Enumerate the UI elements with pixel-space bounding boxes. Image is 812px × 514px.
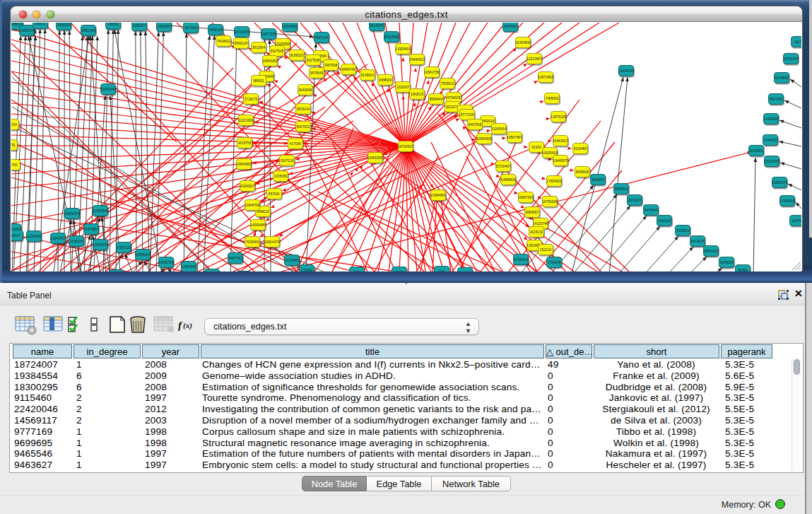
svg-text:3875645: 3875645 <box>310 71 324 75</box>
svg-text:9327508: 9327508 <box>307 59 320 62</box>
svg-text:13245414: 13245414 <box>491 127 507 131</box>
svg-text:9384067: 9384067 <box>526 211 539 214</box>
svg-text:6879197: 6879197 <box>628 199 642 202</box>
svg-text:8427552: 8427552 <box>297 125 310 129</box>
svg-text:39127: 39127 <box>11 234 20 238</box>
svg-text:16961758: 16961758 <box>424 71 440 74</box>
svg-text:1610755: 1610755 <box>238 141 252 145</box>
svg-text:18640910: 18640910 <box>409 58 425 62</box>
svg-text:126753: 126753 <box>792 219 801 223</box>
svg-text:20206576: 20206576 <box>64 212 80 216</box>
svg-text:12359934: 12359934 <box>93 209 108 213</box>
svg-text:106532: 106532 <box>107 23 119 26</box>
svg-text:13975125: 13975125 <box>551 115 566 119</box>
svg-text:417006: 417006 <box>290 142 301 146</box>
svg-text:8215955: 8215955 <box>750 149 763 153</box>
svg-text:20353346: 20353346 <box>100 88 116 91</box>
svg-text:3912954: 3912954 <box>252 46 266 49</box>
svg-text:19166827: 19166827 <box>240 185 255 188</box>
svg-text:14136141: 14136141 <box>513 258 529 262</box>
svg-text:7632621: 7632621 <box>676 229 690 233</box>
svg-text:18724007: 18724007 <box>398 145 413 148</box>
svg-text:19654983: 19654983 <box>236 163 252 166</box>
svg-text:9242848: 9242848 <box>299 88 312 92</box>
svg-text:9227342: 9227342 <box>770 98 783 101</box>
svg-text:12156829: 12156829 <box>26 235 42 238</box>
svg-text:1362615: 1362615 <box>411 93 424 96</box>
svg-text:20364436: 20364436 <box>476 137 492 141</box>
svg-text:129: 129 <box>354 271 360 271</box>
svg-text:8938923: 8938923 <box>615 187 628 191</box>
svg-text:252214: 252214 <box>540 248 551 252</box>
svg-text:1322037: 1322037 <box>396 86 410 89</box>
svg-text:173342: 173342 <box>301 269 312 271</box>
svg-text:206915: 206915 <box>35 23 46 25</box>
svg-text:1733426: 1733426 <box>548 261 561 264</box>
svg-text:f: f <box>178 320 183 331</box>
svg-text:18907293: 18907293 <box>518 196 534 199</box>
svg-text:16033809: 16033809 <box>282 25 298 28</box>
svg-text:2718170: 2718170 <box>245 98 258 101</box>
svg-text:9245052: 9245052 <box>720 261 734 264</box>
svg-text:1145134: 1145134 <box>70 240 83 243</box>
svg-text:92700: 92700 <box>11 163 18 167</box>
svg-text:10046766: 10046766 <box>245 204 260 207</box>
svg-text:1065326: 1065326 <box>57 23 71 27</box>
svg-text:6794028: 6794028 <box>447 96 461 100</box>
svg-text:1640957: 1640957 <box>592 178 605 182</box>
svg-text:9146821: 9146821 <box>361 74 375 77</box>
svg-text:92450: 92450 <box>738 269 748 271</box>
svg-text:16782759: 16782759 <box>158 261 174 264</box>
svg-text:9457791: 9457791 <box>229 257 242 260</box>
svg-text:9129966: 9129966 <box>775 76 789 80</box>
svg-text:7955812: 7955812 <box>441 82 454 86</box>
svg-text:32975867: 32975867 <box>83 228 99 231</box>
svg-text:7663822: 7663822 <box>217 40 230 43</box>
svg-text:9777169: 9777169 <box>461 113 474 117</box>
svg-text:14120746: 14120746 <box>533 222 548 226</box>
svg-text:16210643: 16210643 <box>764 160 779 163</box>
svg-text:9115460: 9115460 <box>574 147 587 151</box>
svg-text:8813054: 8813054 <box>370 24 384 28</box>
svg-text:12213369: 12213369 <box>238 119 254 122</box>
svg-text:15751074: 15751074 <box>783 57 799 61</box>
svg-text:10654112: 10654112 <box>704 250 719 253</box>
svg-text:18300295: 18300295 <box>367 156 383 160</box>
svg-text:10507487: 10507487 <box>507 136 522 139</box>
svg-text:92169: 92169 <box>531 146 541 149</box>
svg-text:16154808: 16154808 <box>515 41 531 45</box>
svg-text:15692971: 15692971 <box>772 181 787 185</box>
svg-text:8454749: 8454749 <box>342 68 355 71</box>
svg-text:11172: 11172 <box>794 40 801 44</box>
svg-text:13325419: 13325419 <box>395 47 411 51</box>
svg-text:19384554: 19384554 <box>430 194 446 197</box>
svg-text:12213967: 12213967 <box>526 57 542 61</box>
svg-text:1615132: 1615132 <box>530 230 543 234</box>
svg-text:17654923: 17654923 <box>546 180 562 183</box>
svg-text:944: 944 <box>439 270 445 271</box>
svg-text:14099489: 14099489 <box>250 223 266 227</box>
svg-text:12505135: 12505135 <box>93 243 108 247</box>
svg-text:15716485: 15716485 <box>284 259 300 262</box>
svg-text:12093822: 12093822 <box>763 117 779 121</box>
svg-text:12923448: 12923448 <box>181 265 196 269</box>
svg-text:13449575: 13449575 <box>553 159 568 163</box>
svg-text:17957225: 17957225 <box>116 246 131 250</box>
svg-text:857831: 857831 <box>269 192 280 196</box>
svg-text:1588520: 1588520 <box>379 78 392 82</box>
svg-text:7857224: 7857224 <box>315 36 329 40</box>
svg-text:9327505: 9327505 <box>271 49 284 53</box>
svg-text:9435: 9435 <box>396 271 404 271</box>
svg-text:16543362: 16543362 <box>262 59 278 63</box>
svg-text:10653267: 10653267 <box>156 25 172 28</box>
svg-text:14055724: 14055724 <box>19 29 35 33</box>
svg-text:142751: 142751 <box>11 144 16 147</box>
svg-text:16914479: 16914479 <box>264 240 280 244</box>
svg-text:7462616: 7462616 <box>481 119 495 123</box>
svg-text:989011: 989011 <box>253 79 264 83</box>
svg-text:16671355: 16671355 <box>261 33 276 36</box>
svg-text:12942757: 12942757 <box>50 237 66 240</box>
svg-text:6497568: 6497568 <box>469 123 482 127</box>
svg-text:1335359: 1335359 <box>274 175 288 178</box>
svg-text:10719155: 10719155 <box>234 30 249 34</box>
